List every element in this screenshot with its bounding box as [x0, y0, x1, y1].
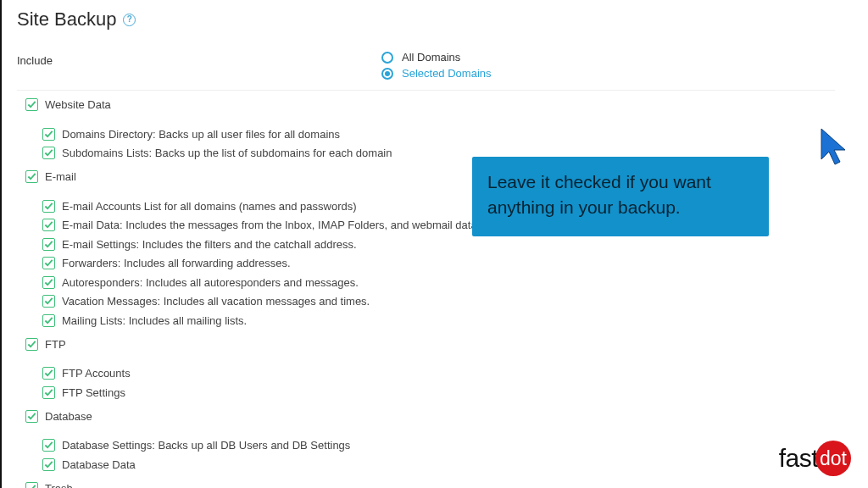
item-label: Subdomains Lists: Backs up the list of s…	[62, 146, 392, 160]
logo-text-fast: fast	[779, 444, 818, 473]
item-forwarders[interactable]: Forwarders: Includes all forwarding addr…	[42, 256, 868, 270]
item-label: Vacation Messages: Includes all vacation…	[62, 294, 370, 308]
checkbox-icon[interactable]	[42, 276, 55, 289]
checkbox-icon[interactable]	[42, 200, 55, 213]
item-label: Autoresponders: Includes all autorespond…	[62, 275, 359, 290]
item-label: FTP Accounts	[62, 366, 131, 380]
item-database[interactable]: Database Database Settings: Backs up all…	[25, 409, 868, 477]
radio-label: Selected Domains	[402, 67, 492, 80]
checkbox-icon[interactable]	[42, 219, 55, 231]
item-vacation-messages[interactable]: Vacation Messages: Includes all vacation…	[42, 294, 868, 308]
svg-marker-0	[821, 129, 845, 164]
item-label: Mailing Lists: Includes all mailing list…	[62, 313, 247, 328]
page-title: Site Backup	[17, 8, 116, 30]
item-website-data[interactable]: Website Data Domains Directory: Backs up…	[25, 97, 868, 165]
item-ftp-accounts[interactable]: FTP Accounts	[42, 366, 868, 380]
item-label: Domains Directory: Backs up all user fil…	[62, 127, 340, 141]
domain-radio-group: All Domains Selected Domains	[381, 51, 492, 80]
radio-icon	[381, 52, 393, 64]
radio-label: All Domains	[402, 51, 460, 64]
item-label: Database Settings: Backs up all DB Users…	[62, 438, 350, 452]
help-icon[interactable]: ?	[123, 14, 136, 26]
checkbox-icon[interactable]	[42, 147, 55, 159]
item-mailing-lists[interactable]: Mailing Lists: Includes all mailing list…	[42, 313, 868, 328]
item-label: Website Data	[45, 97, 111, 112]
logo-text-dot: dot	[815, 441, 851, 476]
item-label: E-mail Accounts List for all domains (na…	[62, 199, 357, 214]
page-title-row: Site Backup ?	[17, 8, 868, 30]
item-label: Database	[45, 409, 92, 424]
include-label: Include	[17, 51, 381, 67]
item-database-data[interactable]: Database Data	[42, 458, 868, 472]
item-autoresponders[interactable]: Autoresponders: Includes all autorespond…	[42, 275, 868, 290]
divider	[17, 90, 835, 91]
checkbox-icon[interactable]	[42, 238, 55, 251]
checkbox-icon[interactable]	[42, 367, 55, 380]
checkbox-icon[interactable]	[42, 314, 55, 327]
item-label: E-mail Data: Includes the messages from …	[62, 218, 480, 232]
radio-icon	[381, 68, 393, 80]
item-label: Forwarders: Includes all forwarding addr…	[62, 256, 291, 270]
include-row: Include All Domains Selected Domains	[17, 51, 831, 90]
item-label: E-mail Settings: Includes the filters an…	[62, 237, 357, 252]
checkbox-icon[interactable]	[25, 482, 38, 489]
checkbox-icon[interactable]	[25, 170, 38, 183]
item-label: Trash	[45, 481, 73, 489]
checkbox-icon[interactable]	[42, 458, 55, 471]
tutorial-callout: Leave it checked if you want anything in…	[472, 157, 769, 236]
item-label: FTP	[45, 337, 66, 352]
cursor-icon	[820, 127, 850, 168]
checkbox-icon[interactable]	[25, 98, 38, 111]
checkbox-icon[interactable]	[42, 257, 55, 269]
checkbox-icon[interactable]	[42, 295, 55, 308]
checkbox-icon[interactable]	[42, 128, 55, 141]
item-database-settings[interactable]: Database Settings: Backs up all DB Users…	[42, 438, 868, 452]
checkbox-icon[interactable]	[42, 439, 55, 452]
brand-logo: fast dot	[779, 441, 851, 476]
item-trash[interactable]: Trash	[25, 481, 868, 489]
checkbox-icon[interactable]	[25, 338, 38, 351]
item-label: Database Data	[62, 458, 136, 472]
item-domains-directory[interactable]: Domains Directory: Backs up all user fil…	[42, 127, 868, 141]
item-label: E-mail	[45, 169, 76, 184]
item-ftp-settings[interactable]: FTP Settings	[42, 385, 868, 400]
checkbox-icon[interactable]	[25, 410, 38, 423]
item-ftp[interactable]: FTP FTP Accounts FTP Settings	[25, 337, 868, 405]
checkbox-icon[interactable]	[42, 386, 55, 399]
radio-all-domains[interactable]: All Domains	[381, 51, 492, 64]
radio-selected-domains[interactable]: Selected Domains	[381, 67, 492, 80]
item-label: FTP Settings	[62, 385, 125, 400]
item-email-settings[interactable]: E-mail Settings: Includes the filters an…	[42, 237, 868, 252]
